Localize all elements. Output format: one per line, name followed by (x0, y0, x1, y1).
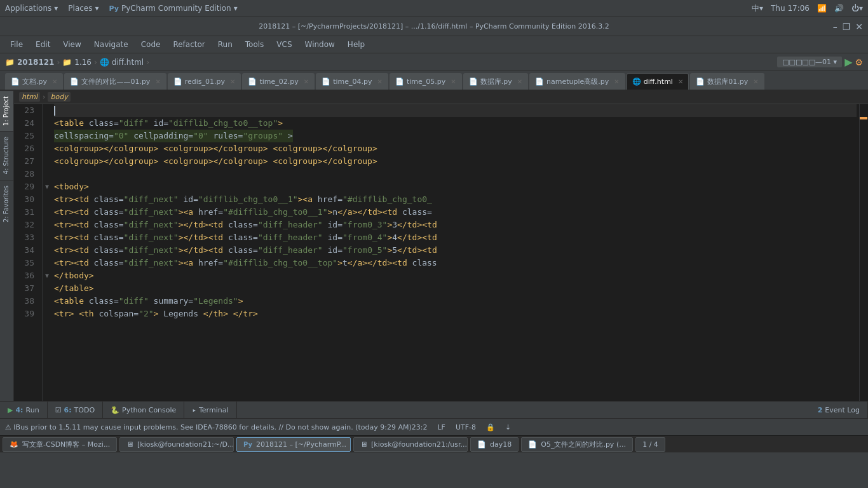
structure-panel-tab[interactable]: 4: Structure (0, 131, 13, 179)
tab-label: nametuple高级.py (546, 77, 609, 86)
code-content: <colgroup></colgroup> <colgroup></colgro… (54, 142, 377, 155)
taskbar-day18[interactable]: 📄 day18 (470, 437, 519, 452)
code-line-33[interactable]: <tr><td class="diff_next"></td><td class… (54, 231, 857, 244)
python-console-label: Python Console (122, 406, 176, 414)
file-tab-nametuple[interactable]: 📄 nametuple高级.py ✕ (529, 73, 625, 90)
menu-view[interactable]: View (58, 38, 86, 51)
taskbar-terminal1-label: [kiosk@foundation21:~/D... (137, 440, 234, 449)
code-line-27[interactable]: <colgroup></colgroup> <colgroup></colgro… (54, 155, 857, 168)
favorites-panel-tab[interactable]: 2: Favorites (0, 180, 13, 227)
run-tab[interactable]: ▶ 4: Run (0, 402, 48, 419)
menu-refactor[interactable]: Refactor (168, 38, 210, 51)
breadcrumb-icon: 📁 (5, 58, 15, 67)
tab-close[interactable]: ✕ (517, 78, 522, 85)
taskbar-compare[interactable]: 📄 O5_文件之间的对比.py (… (521, 437, 633, 452)
code-line-34[interactable]: <tr><td class="diff_next"></td><td class… (54, 244, 857, 257)
tab-close[interactable]: ✕ (614, 78, 619, 85)
file-tab-redis[interactable]: 📄 redis_01.py ✕ (168, 73, 241, 90)
line-num-29: 29 (14, 180, 37, 193)
code-line-25[interactable]: cellspacing="0" cellpadding="0" rules="g… (54, 130, 857, 142)
run-tab-label: Run (26, 406, 39, 414)
file-tab-database01[interactable]: 📄 数据库01.py ✕ (690, 73, 764, 90)
tab-close[interactable]: ✕ (678, 78, 683, 85)
places-menu[interactable]: Places ▾ (68, 4, 98, 13)
pycharm-menu[interactable]: Py PyCharm Community Edition ▾ (109, 4, 238, 13)
event-log-num: 2 (818, 406, 823, 414)
project-panel-tab[interactable]: 1: Project (0, 90, 13, 131)
line-num-24: 24 (14, 117, 37, 130)
code-line-26[interactable]: <colgroup></colgroup> <colgroup></colgro… (54, 142, 857, 155)
tab-label: diff.html (644, 78, 673, 86)
fold-marker-36[interactable]: ▼ (43, 269, 51, 282)
code-line-35[interactable]: <tr><td class="diff_next"><a href="#diff… (54, 257, 857, 269)
debug-button[interactable]: ⚙ (855, 57, 863, 67)
taskbar-csdn[interactable]: 🦊 写文章-CSDN博客 – Mozi... (3, 437, 117, 452)
bc-body-tag: body (48, 92, 70, 102)
tab-close[interactable]: ✕ (753, 78, 758, 85)
taskbar-pycharm[interactable]: Py 2018121 – [~/PycharmP... (236, 437, 351, 452)
breadcrumb-file[interactable]: diff.html (112, 58, 144, 67)
tab-close[interactable]: ✕ (377, 78, 383, 85)
taskbar-terminal2[interactable]: 🖥 [kiosk@foundation21:/usr... (353, 437, 468, 452)
menu-file[interactable]: File (5, 38, 28, 51)
menu-tools[interactable]: Tools (240, 38, 269, 51)
line-num-38: 38 (14, 295, 37, 308)
tab-icon: 📄 (696, 78, 705, 86)
code-line-39[interactable]: <tr> <th colspan="2"> Legends </th> </tr… (54, 308, 857, 320)
file-tab-database[interactable]: 📄 数据库.py ✕ (463, 73, 528, 90)
run-button[interactable]: ▶ (844, 56, 852, 68)
python-console-tab[interactable]: 🐍 Python Console (103, 402, 184, 419)
tab-icon: 📄 (469, 78, 478, 86)
code-line-31[interactable]: <tr><td class="diff_next"><a href="#diff… (54, 206, 857, 219)
terminal-tab[interactable]: ▸ Terminal (184, 402, 236, 419)
breadcrumb-project[interactable]: 2018121 (17, 58, 54, 67)
taskbar-page[interactable]: 1 / 4 (635, 437, 665, 452)
code-content: <tr><td class="diff_next"></td><td class… (54, 231, 437, 244)
event-log-tab[interactable]: 2 Event Log (810, 402, 868, 419)
applications-menu[interactable]: Applications ▾ (5, 4, 58, 13)
applications-arrow: ▾ (54, 4, 58, 13)
tab-icon: 📄 (395, 78, 404, 86)
code-line-37[interactable]: </table> (54, 282, 857, 295)
maximize-button[interactable]: ❐ (843, 22, 851, 32)
menu-help[interactable]: Help (342, 38, 370, 51)
tab-label: 文档.py (22, 77, 47, 86)
terminal-icon: ▸ (192, 406, 196, 414)
menu-window[interactable]: Window (300, 38, 340, 51)
code-line-29[interactable]: <tbody> (54, 180, 857, 193)
menu-navigate[interactable]: Navigate (89, 38, 133, 51)
breadcrumb-folder[interactable]: 1.16 (74, 58, 92, 67)
tab-close[interactable]: ✕ (52, 78, 57, 85)
close-button[interactable]: ✕ (855, 22, 863, 32)
menu-code[interactable]: Code (136, 38, 166, 51)
code-line-23[interactable] (54, 104, 857, 117)
code-line-38[interactable]: <table class="diff" summary="Legends"> (54, 295, 857, 308)
tab-close[interactable]: ✕ (451, 78, 456, 85)
code-line-32[interactable]: <tr><td class="diff_next"></td><td class… (54, 219, 857, 231)
menu-vcs[interactable]: VCS (271, 38, 297, 51)
code-line-28[interactable] (54, 168, 857, 180)
taskbar-day18-icon: 📄 (477, 440, 486, 449)
window-title: 2018121 – [~/PycharmProjects/2018121] – … (259, 22, 609, 30)
code-line-36[interactable]: </tbody> (54, 269, 857, 282)
file-tab-compare[interactable]: 📄 文件的对比——01.py ✕ (64, 73, 166, 90)
menu-edit[interactable]: Edit (31, 38, 55, 51)
code-line-24[interactable]: <table class="diff" id="difflib_chg_to0_… (54, 117, 857, 130)
file-tab-time04[interactable]: 📄 time_04.py ✕ (316, 73, 388, 90)
tab-close[interactable]: ✕ (155, 78, 160, 85)
wifi-icon: 📶 (817, 4, 827, 13)
file-tab-time05[interactable]: 📄 time_05.py ✕ (390, 73, 462, 90)
run-config-selector[interactable]: □□□□□—01 ▾ (777, 57, 842, 67)
tab-close[interactable]: ✕ (230, 78, 235, 85)
fold-marker-29[interactable]: ▼ (43, 180, 51, 193)
taskbar-terminal1[interactable]: 🖥 [kiosk@foundation21:~/D... (119, 437, 234, 452)
file-tab-wendang[interactable]: 📄 文档.py ✕ (5, 73, 63, 90)
tab-close[interactable]: ✕ (304, 78, 309, 85)
code-line-30[interactable]: <tr><td class="diff_next" id="difflib_ch… (54, 193, 857, 206)
menu-run[interactable]: Run (213, 38, 238, 51)
file-tab-time02[interactable]: 📄 time_02.py ✕ (242, 73, 315, 90)
file-tab-diff-html[interactable]: 🌐 diff.html ✕ (627, 73, 689, 90)
todo-tab[interactable]: ☑ 6: TODO (48, 402, 103, 419)
minimize-button[interactable]: – (833, 22, 837, 32)
code-lines[interactable]: <table class="diff" id="difflib_chg_to0_… (51, 104, 859, 401)
